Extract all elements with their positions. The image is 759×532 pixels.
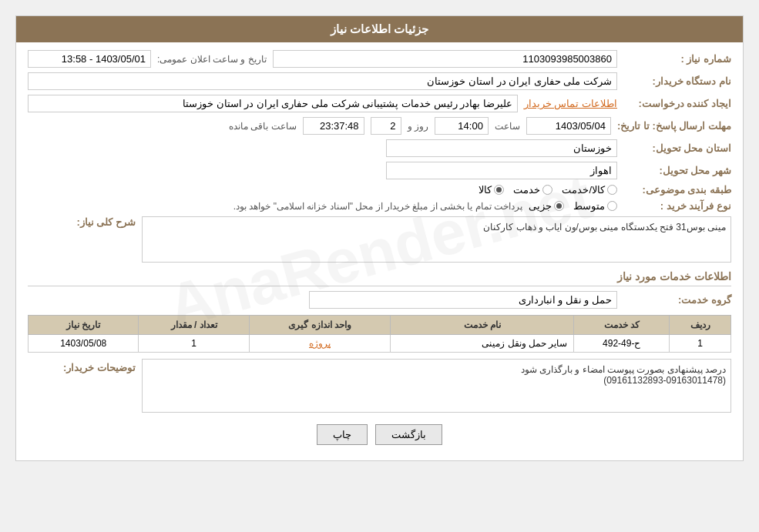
page-header: جزئیات اطلاعات نیاز xyxy=(16,16,743,42)
buyer-desc-text: درصد پیشنهادی بصورت پیوست امضاء و بارگذا… xyxy=(147,364,726,386)
time-label: ساعت xyxy=(495,121,520,132)
purchase-motavaset-label: متوسط xyxy=(573,200,605,212)
need-desc-value: مینی بوس31 فتح یکدستگاه مینی بوس/ون ایاب… xyxy=(142,216,731,263)
deadline-row: مهلت ارسال پاسخ: تا تاریخ: 1403/05/04 سا… xyxy=(28,117,731,135)
purchase-radio-group: متوسط جزیی xyxy=(529,200,617,212)
main-container: جزئیات اطلاعات نیاز AnaRender.net شماره … xyxy=(15,15,744,461)
buyer-desc-row: درصد پیشنهادی بصورت پیوست امضاء و بارگذا… xyxy=(28,359,731,413)
purchase-type-row: نوع فرآیند خرید : متوسط جزیی پرداخت تمام… xyxy=(28,200,731,212)
category-kala-label: کالا xyxy=(479,184,492,196)
response-days: 2 xyxy=(371,117,401,135)
purchase-option-motavaset[interactable]: متوسط xyxy=(573,200,617,212)
category-label: طبقه بندی موضوعی: xyxy=(623,184,731,196)
cell-row: 1 xyxy=(670,335,731,353)
need-number-label: شماره نیاز : xyxy=(623,53,731,65)
buyer-name-row: نام دستگاه خریدار: شرکت ملی حفاری ایران … xyxy=(28,72,731,90)
page-title: جزئیات اطلاعات نیاز xyxy=(331,22,428,35)
category-option-khedmat[interactable]: خدمت xyxy=(513,184,552,196)
creator-label: ایجاد کننده درخواست: xyxy=(623,98,731,109)
buyer-desc-label: توضیحات خریدار: xyxy=(28,362,136,373)
cell-quantity: 1 xyxy=(139,335,249,353)
radio-kala xyxy=(494,185,504,195)
response-date: 1403/05/04 xyxy=(526,117,611,135)
province-row: استان محل تحویل: خوزستان xyxy=(28,139,731,157)
province-value: خوزستان xyxy=(386,139,617,157)
purchase-type-label: نوع فرآیند خرید : xyxy=(623,200,731,212)
date-label: تاریخ و ساعت اعلان عمومی: xyxy=(157,54,267,65)
need-desc-row: مینی بوس31 فتح یکدستگاه مینی بوس/ون ایاب… xyxy=(28,216,731,263)
remaining-label: ساعت باقی مانده xyxy=(229,121,297,132)
city-label: شهر محل تحویل: xyxy=(623,165,731,176)
purchase-jozi-label: جزیی xyxy=(529,200,552,212)
date-value: 1403/05/01 - 13:58 xyxy=(28,50,151,68)
province-label: استان محل تحویل: xyxy=(623,142,731,154)
city-row: شهر محل تحویل: اهواز xyxy=(28,162,731,179)
cell-name: سایر حمل ونقل زمینی xyxy=(391,335,574,353)
purchase-note: پرداخت تمام یا بخشی از مبلغ خریدار از مح… xyxy=(233,201,522,212)
radio-kala-khedmat xyxy=(607,185,617,195)
table-row: 1 ح-49-492 سایر حمل ونقل زمینی پروژه 1 1… xyxy=(29,335,731,353)
cell-code: ح-49-492 xyxy=(574,335,670,353)
category-khedmat-label: خدمت xyxy=(513,184,540,196)
radio-khedmat xyxy=(542,185,552,195)
buyer-desc-value: درصد پیشنهادی بصورت پیوست امضاء و بارگذا… xyxy=(142,359,731,413)
col-row: ردیف xyxy=(670,316,731,335)
service-group-value: حمل و نقل و انبارداری xyxy=(309,291,617,309)
creator-value: علیرضا بهادر رئیس خدمات پشتیبانی شرکت مل… xyxy=(28,95,518,112)
print-button[interactable]: چاپ xyxy=(317,424,368,445)
need-number-value: 1103093985003860 xyxy=(273,50,617,68)
col-quantity: تعداد / مقدار xyxy=(139,316,249,335)
radio-jozi xyxy=(554,201,564,211)
col-unit: واحد اندازه گیری xyxy=(249,316,391,335)
category-row: طبقه بندی موضوعی: کالا/خدمت خدمت کالا xyxy=(28,184,731,196)
back-button[interactable]: بازگشت xyxy=(375,424,442,445)
services-section-title: اطلاعات خدمات مورد نیاز xyxy=(28,270,731,286)
need-desc-label: شرح کلی نیاز: xyxy=(28,216,136,228)
need-number-row: شماره نیاز : 1103093985003860 تاریخ و سا… xyxy=(28,50,731,68)
cell-date: 1403/05/08 xyxy=(29,335,139,353)
service-group-row: گروه خدمت: حمل و نقل و انبارداری xyxy=(28,291,731,309)
category-option-kala[interactable]: کالا xyxy=(479,184,504,196)
buttons-row: بازگشت چاپ xyxy=(28,424,731,445)
category-radio-group: کالا/خدمت خدمت کالا xyxy=(28,184,617,196)
buyer-name-value: شرکت ملی حفاری ایران در استان خوزستان xyxy=(28,72,617,90)
col-date: تاریخ نیاز xyxy=(29,316,139,335)
services-table: ردیف کد خدمت نام خدمت واحد اندازه گیری ت… xyxy=(28,315,731,353)
category-kala-khedmat-label: کالا/خدمت xyxy=(562,184,605,196)
buyer-name-label: نام دستگاه خریدار: xyxy=(623,75,731,87)
creator-row: ایجاد کننده درخواست: اطلاعات تماس خریدار… xyxy=(28,95,731,112)
city-value: اهواز xyxy=(386,162,617,179)
category-option-kala-khedmat[interactable]: کالا/خدمت xyxy=(562,184,617,196)
creator-link[interactable]: اطلاعات تماس خریدار xyxy=(524,98,617,109)
purchase-option-jozi[interactable]: جزیی xyxy=(529,200,564,212)
cell-unit[interactable]: پروژه xyxy=(249,335,391,353)
content-area: AnaRender.net شماره نیاز : 1103093985003… xyxy=(16,42,743,460)
response-time: 14:00 xyxy=(435,117,489,135)
service-group-label: گروه خدمت: xyxy=(623,294,731,306)
col-name: نام خدمت xyxy=(391,316,574,335)
deadline-label: مهلت ارسال پاسخ: تا تاریخ: xyxy=(617,120,731,132)
radio-motavaset xyxy=(607,201,617,211)
response-remaining: 23:37:48 xyxy=(303,117,364,135)
days-label: روز و xyxy=(408,121,428,132)
col-code: کد خدمت xyxy=(574,316,670,335)
